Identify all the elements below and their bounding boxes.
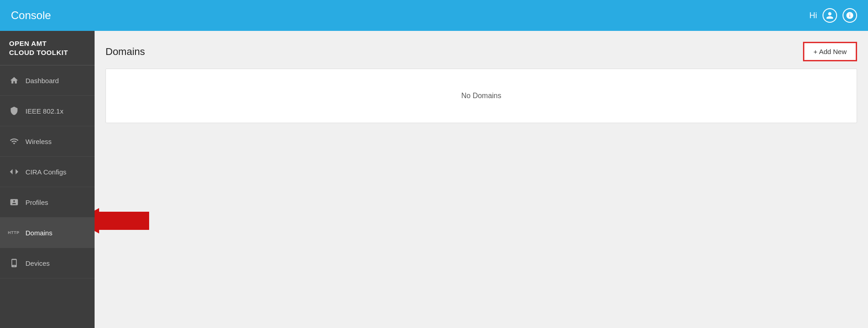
- info-icon[interactable]: [843, 8, 857, 23]
- add-new-button[interactable]: + Add New: [803, 42, 857, 61]
- content-area: Domains + Add New No Domains: [95, 31, 868, 328]
- arrows-icon: [9, 167, 19, 177]
- header-title: Console: [11, 9, 809, 22]
- sidebar-item-cira-configs[interactable]: CIRA Configs: [0, 157, 95, 187]
- sidebar: OPEN AMT CLOUD TOOLKIT Dashboard IEEE 80…: [0, 31, 95, 328]
- sidebar-item-devices[interactable]: Devices: [0, 248, 95, 278]
- device-icon: [9, 258, 19, 268]
- id-card-icon: [9, 197, 19, 207]
- http-icon: HTTP: [9, 228, 19, 238]
- main-layout: OPEN AMT CLOUD TOOLKIT Dashboard IEEE 80…: [0, 31, 868, 328]
- sidebar-item-label-wireless: Wireless: [25, 138, 52, 145]
- app-header: Console Hi: [0, 0, 868, 31]
- domains-table: No Domains: [105, 69, 857, 123]
- shield-icon: [9, 106, 19, 116]
- sidebar-item-label-ieee8021x: IEEE 802.1x: [25, 107, 63, 115]
- header-hi-label: Hi: [809, 11, 817, 20]
- wifi-icon: [9, 136, 19, 146]
- sidebar-item-label-cira-configs: CIRA Configs: [25, 168, 66, 176]
- sidebar-item-profiles[interactable]: Profiles: [0, 187, 95, 218]
- sidebar-item-label-domains: Domains: [25, 229, 52, 237]
- sidebar-item-label-profiles: Profiles: [25, 199, 48, 206]
- home-icon: [9, 75, 19, 85]
- sidebar-brand: OPEN AMT CLOUD TOOLKIT: [0, 31, 95, 65]
- sidebar-item-wireless[interactable]: Wireless: [0, 126, 95, 157]
- user-icon[interactable]: [823, 8, 837, 23]
- sidebar-item-ieee8021x[interactable]: IEEE 802.1x: [0, 96, 95, 126]
- sidebar-item-dashboard[interactable]: Dashboard: [0, 65, 95, 96]
- sidebar-item-label-devices: Devices: [25, 259, 50, 267]
- arrow-annotation: [99, 212, 149, 230]
- sidebar-item-label-dashboard: Dashboard: [25, 77, 59, 84]
- content-header: Domains + Add New: [105, 42, 857, 61]
- header-right: Hi: [809, 8, 857, 23]
- page-title: Domains: [105, 46, 145, 58]
- sidebar-item-domains[interactable]: HTTP Domains: [0, 218, 95, 248]
- empty-state-message: No Domains: [461, 92, 501, 100]
